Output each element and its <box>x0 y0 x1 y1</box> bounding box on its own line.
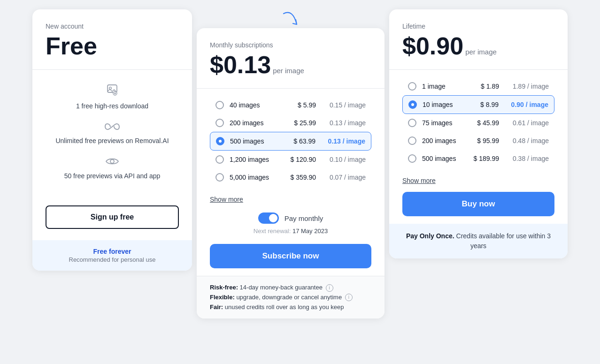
lifetime-500-images: 500 images <box>422 155 466 162</box>
free-card-header: New account Free <box>32 9 192 69</box>
feature-previews: 50 free previews via API and app <box>46 157 179 181</box>
renewal-text: Next renewal: 17 May 2023 <box>197 226 385 240</box>
lifetime-radio-75[interactable] <box>408 119 416 127</box>
lifetime-footer-sub: Credits available for use within 3 years <box>456 232 551 250</box>
lifetime-footer-bold: Pay Only Once. <box>406 232 454 240</box>
lifetime-10-images: 10 images <box>423 101 466 108</box>
toggle-track <box>258 212 279 224</box>
monthly-option-500[interactable]: 500 images $ 63.99 0.13 / image <box>210 132 371 151</box>
feature-unlimited-text: Unlimited free previews on Removal.AI <box>55 136 169 146</box>
monthly-card: Monthly subscriptions $0.13 per image 40… <box>197 28 385 318</box>
risk-bold-2: Flexible: <box>210 294 235 301</box>
arrow-icon <box>279 11 302 28</box>
option-200-per: 0.13 / image <box>323 119 366 127</box>
lifetime-1-price: $ 1.89 <box>466 83 499 90</box>
lifetime-option-500[interactable]: 500 images $ 189.99 0.38 / image <box>402 150 554 167</box>
option-1200-per: 0.10 / image <box>323 156 366 163</box>
lifetime-radio-1[interactable] <box>408 82 416 91</box>
lifetime-1-images: 1 image <box>422 83 466 90</box>
monthly-option-40[interactable]: 40 images $ 5.99 0.15 / image <box>210 96 371 114</box>
lifetime-show-more[interactable]: Show more <box>389 175 449 188</box>
feature-download-text: 1 free high-res download <box>76 102 148 111</box>
risk-bold-1: Risk-free: <box>210 284 238 291</box>
lifetime-75-per: 0.61 / image <box>507 119 549 127</box>
monthly-price-sub: per image <box>273 67 304 75</box>
lifetime-75-images: 75 images <box>422 119 466 127</box>
monthly-card-header: Monthly subscriptions $0.13 per image <box>197 28 385 88</box>
subscribe-button[interactable]: Subscribe now <box>210 244 371 268</box>
option-5000-price: $ 359.90 <box>283 174 316 181</box>
option-500-price: $ 63.99 <box>283 137 315 145</box>
signup-button[interactable]: Sign up free <box>46 205 179 229</box>
monthly-label: Monthly subscriptions <box>210 41 371 49</box>
option-5000-images: 5,000 images <box>230 174 283 181</box>
option-1200-images: 1,200 images <box>230 156 283 163</box>
lifetime-price: $0.90 <box>402 34 463 58</box>
lifetime-200-images: 200 images <box>422 137 466 144</box>
toggle-label: Pay monthly <box>285 214 323 222</box>
lifetime-price-row: $0.90 per image <box>402 34 554 58</box>
download-icon <box>106 83 119 98</box>
lifetime-option-10[interactable]: 10 images $ 8.99 0.90 / image <box>402 95 554 114</box>
radio-1200[interactable] <box>215 155 224 164</box>
option-40-per: 0.15 / image <box>323 101 366 109</box>
feature-previews-text: 50 free previews via API and app <box>64 172 161 181</box>
lifetime-10-per: 0.90 / image <box>506 101 548 108</box>
radio-40[interactable] <box>215 101 224 109</box>
info-icon-1[interactable]: i <box>326 284 333 292</box>
svg-point-3 <box>110 159 114 163</box>
lifetime-options: 1 image $ 1.89 1.89 / image 10 images $ … <box>389 70 568 175</box>
monthly-options: 40 images $ 5.99 0.15 / image 200 images… <box>197 89 385 194</box>
monthly-option-200[interactable]: 200 images $ 25.99 0.13 / image <box>210 114 371 132</box>
lifetime-500-price: $ 189.99 <box>466 155 499 162</box>
lifetime-radio-10[interactable] <box>408 100 417 109</box>
toggle-thumb <box>269 214 277 222</box>
lifetime-200-per: 0.48 / image <box>507 137 549 144</box>
lifetime-option-75[interactable]: 75 images $ 45.99 0.61 / image <box>402 114 554 132</box>
feature-download: 1 free high-res download <box>46 83 179 111</box>
arrow-container <box>279 9 302 28</box>
infinity-icon <box>105 122 120 133</box>
lifetime-75-price: $ 45.99 <box>466 119 499 127</box>
free-price: Free <box>46 34 179 58</box>
free-card-label: New account <box>46 23 179 30</box>
option-5000-per: 0.07 / image <box>323 174 366 181</box>
option-500-images: 500 images <box>230 137 283 145</box>
risk-text-2: upgrade, downgrade or cancel anytime <box>236 294 342 301</box>
lifetime-footer-text: Pay Only Once. Credits available for use… <box>402 231 554 251</box>
eye-icon <box>106 157 119 168</box>
lifetime-option-200[interactable]: 200 images $ 95.99 0.48 / image <box>402 132 554 150</box>
lifetime-radio-500[interactable] <box>408 154 416 163</box>
risk-line-3: Fair: unused credits roll over as long a… <box>210 303 371 312</box>
renewal-date: 17 May 2023 <box>292 228 328 235</box>
free-footer-bold: Free forever <box>46 248 179 255</box>
risk-text-1: 14-day money-back guarantee <box>240 284 323 291</box>
free-footer-sub: Recommended for personal use <box>46 256 179 263</box>
lifetime-price-sub: per image <box>465 48 497 56</box>
toggle-section: Pay monthly <box>197 207 385 226</box>
lifetime-radio-200[interactable] <box>408 136 416 145</box>
lifetime-500-per: 0.38 / image <box>507 155 549 162</box>
radio-5000[interactable] <box>215 173 224 182</box>
radio-500[interactable] <box>216 137 224 145</box>
monthly-option-1200[interactable]: 1,200 images $ 120.90 0.10 / image <box>210 151 371 168</box>
risk-section: Risk-free: 14-day money-back guarantee i… <box>197 276 385 318</box>
radio-200[interactable] <box>215 119 224 127</box>
info-icon-2[interactable]: i <box>345 294 353 301</box>
option-200-price: $ 25.99 <box>283 119 316 127</box>
lifetime-10-price: $ 8.99 <box>466 101 499 108</box>
option-500-per: 0.13 / image <box>323 137 365 145</box>
monthly-price: $0.13 <box>210 53 271 77</box>
risk-line-2: Flexible: upgrade, downgrade or cancel a… <box>210 293 371 303</box>
monthly-option-5000[interactable]: 5,000 images $ 359.90 0.07 / image <box>210 168 371 186</box>
option-200-images: 200 images <box>230 119 283 127</box>
lifetime-option-1[interactable]: 1 image $ 1.89 1.89 / image <box>402 77 554 95</box>
lifetime-card: Lifetime $0.90 per image 1 image $ 1.89 … <box>389 9 568 258</box>
pay-monthly-toggle[interactable] <box>258 212 279 224</box>
monthly-show-more[interactable]: Show more <box>197 194 256 207</box>
option-40-price: $ 5.99 <box>283 101 316 109</box>
free-card: New account Free 1 free high-res downloa… <box>32 9 192 271</box>
pricing-container: New account Free 1 free high-res downloa… <box>5 9 595 318</box>
monthly-wrapper: Monthly subscriptions $0.13 per image 40… <box>192 9 389 318</box>
buy-now-button[interactable]: Buy now <box>402 192 554 216</box>
